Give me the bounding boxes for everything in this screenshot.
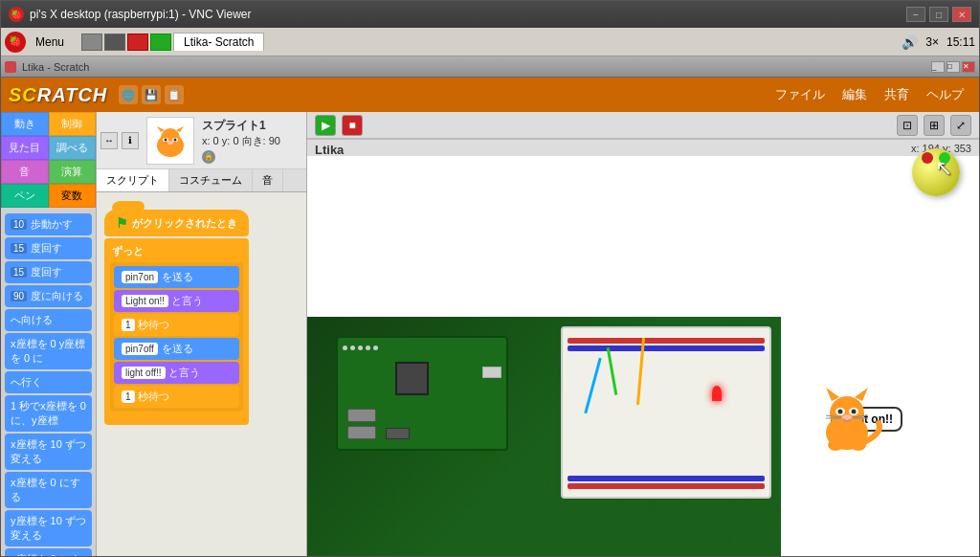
scripts-area[interactable]: ⚑ がクリックされたとき ずっと pin7on <box>97 192 306 556</box>
scratch-menu-file[interactable]: ファイル <box>768 84 833 105</box>
scratch-menu-help[interactable]: ヘルプ <box>919 84 971 105</box>
small-stage-btn[interactable]: ⊡ <box>897 115 918 136</box>
block-set-x[interactable]: x座標を 0 にする <box>5 472 92 508</box>
main-area: 動き 制御 見た目 調べる 音 演算 ペン 変数 10 歩動かす <box>1 112 979 556</box>
app-window: Ltika - Scratch _ □ ✕ SCRATCH 🌐 💾 📋 <box>1 56 979 556</box>
scratch-save-icon[interactable]: 💾 <box>142 85 161 104</box>
title-bar: 🍓 pi's X desktop (raspberrypi:1) - VNC V… <box>1 1 979 28</box>
svg-marker-9 <box>826 388 839 401</box>
category-variables[interactable]: 変数 <box>49 184 97 208</box>
category-control[interactable]: 制御 <box>49 112 97 136</box>
sd-card <box>482 367 501 378</box>
sprite-info: スプライト1 x: 0 y: 0 向き: 90 🔒 <box>202 118 280 164</box>
block-point-towards[interactable]: へ向ける <box>5 309 92 331</box>
usb-ports <box>347 409 376 439</box>
block-turn-right[interactable]: 15 度回す <box>5 237 92 259</box>
forever-label: ずっと <box>108 242 245 260</box>
close-button[interactable]: ✕ <box>952 7 971 22</box>
block-change-y[interactable]: y座標を 10 ずつ変える <box>5 510 92 546</box>
hat-block-when-flag[interactable]: ⚑ がクリックされたとき <box>104 210 249 236</box>
volume-icon: 🔊 <box>902 34 918 50</box>
pin7off-value: pin7off <box>122 343 158 355</box>
clock: 15:11 <box>947 35 975 49</box>
scratch-menu-edit[interactable]: 編集 <box>835 84 875 105</box>
menu-bar: 🍓 Menu Ltika- Scratch 🔊 3× 15:11 <box>1 28 979 56</box>
flag-button[interactable]: ▶ <box>315 115 336 136</box>
category-operators[interactable]: 演算 <box>49 160 97 184</box>
block-say-lightoff[interactable]: light off!! と言う <box>114 362 239 384</box>
stop-button[interactable]: ■ <box>342 115 363 136</box>
app-title-text: Ltika - Scratch <box>22 61 925 73</box>
tab-costumes[interactable]: コスチューム <box>169 169 253 191</box>
restore-button[interactable]: □ <box>929 7 948 22</box>
app-icon: 🍓 <box>9 7 24 22</box>
stage-sprite-label: Ltika <box>315 143 344 157</box>
app-minimize[interactable]: _ <box>931 61 945 73</box>
toolbar-forward[interactable] <box>104 33 125 51</box>
app-close[interactable]: ✕ <box>962 61 975 73</box>
category-looks[interactable]: 見た目 <box>1 136 49 160</box>
block-say-lighton[interactable]: Light on!! と言う <box>114 290 239 312</box>
hdmi-port <box>386 428 410 439</box>
raspberry-icon[interactable]: 🍓 <box>5 32 26 53</box>
stage-controls: ▶ ■ ⊡ ⊞ ⤢ <box>307 112 979 139</box>
svg-point-4 <box>164 139 167 142</box>
block-change-x[interactable]: x座標を 10 ずつ変える <box>5 434 92 470</box>
block-turn-left[interactable]: 15 度回す <box>5 261 92 283</box>
scratch-header: SCRATCH 🌐 💾 📋 ファイル 編集 共育 ヘルプ <box>1 78 979 112</box>
window-controls: − □ ✕ <box>906 7 971 22</box>
block-set-y[interactable]: y座標を 0 にする <box>5 548 92 556</box>
led-component <box>712 386 722 401</box>
window-frame: 🍓 pi's X desktop (raspberrypi:1) - VNC V… <box>0 0 980 557</box>
flag-icon: ⚑ <box>116 215 128 231</box>
category-pen[interactable]: ペン <box>1 184 49 208</box>
toolbar-stop[interactable] <box>127 33 148 51</box>
gpio-pin <box>373 345 378 350</box>
block-move[interactable]: 10 歩動かす <box>5 213 92 235</box>
browser-tab-scratch[interactable]: Ltika- Scratch <box>173 33 264 51</box>
app-window-controls: _ □ ✕ <box>931 61 975 73</box>
lock-icon: 🔒 <box>202 150 215 164</box>
power-rail-neg <box>568 345 765 351</box>
breadboard <box>561 326 771 499</box>
category-motion[interactable]: 動き <box>1 112 49 136</box>
coords-bar: x: 194 y: 353 <box>307 139 979 156</box>
menu-item-menu[interactable]: Menu <box>28 33 72 51</box>
full-stage-btn[interactable]: ⊞ <box>924 115 945 136</box>
scratch-app: SCRATCH 🌐 💾 📋 ファイル 編集 共育 ヘルプ <box>1 78 979 556</box>
category-grid: 動き 制御 見た目 調べる 音 演算 ペン 変数 <box>1 112 96 208</box>
scratch-copy-icon[interactable]: 📋 <box>165 85 184 104</box>
block-goto-xy[interactable]: x座標を 0 y座標を 0 に <box>5 333 92 369</box>
stage-panel: ▶ ■ ⊡ ⊞ ⤢ Ltika <box>307 112 979 556</box>
wait1-value: 1 <box>122 319 135 331</box>
volume-level: 3× <box>925 35 939 49</box>
forever-block[interactable]: ずっと pin7on を送る Light on!! <box>104 238 249 425</box>
block-send-pin7off[interactable]: pin7off を送る <box>114 338 239 360</box>
block-goto[interactable]: へ行く <box>5 371 92 393</box>
fullscreen-btn[interactable]: ⤢ <box>950 115 971 136</box>
block-wait-1[interactable]: 1 秒待つ <box>114 314 239 336</box>
block-glide[interactable]: 1 秒でx座標を 0 に、y座標 <box>5 395 92 432</box>
script-stack: ⚑ がクリックされたとき ずっと pin7on <box>104 200 249 425</box>
minimize-button[interactable]: − <box>906 7 925 22</box>
scratch-globe-icon[interactable]: 🌐 <box>119 85 138 104</box>
app-restore[interactable]: □ <box>947 61 960 73</box>
power-rail-pos2 <box>568 483 765 489</box>
category-sound[interactable]: 音 <box>1 160 49 184</box>
info-btn[interactable]: ℹ <box>122 132 139 149</box>
block-send-pin7on[interactable]: pin7on を送る <box>114 266 239 288</box>
flip-horizontal-btn[interactable]: ↔ <box>100 132 118 149</box>
block-point-direction[interactable]: 90 度に向ける <box>5 285 92 307</box>
block-wait-2[interactable]: 1 秒待つ <box>114 386 239 408</box>
scratch-menu-share[interactable]: 共育 <box>877 84 917 105</box>
tab-sounds[interactable]: 音 <box>253 169 283 191</box>
pi-board <box>307 317 781 556</box>
toolbar-go[interactable] <box>150 33 171 51</box>
category-sensing[interactable]: 調べる <box>49 136 97 160</box>
gpio-pins <box>343 345 417 350</box>
loop-bottom <box>108 413 245 421</box>
tab-scripts[interactable]: スクリプト <box>97 169 169 191</box>
toolbar-back[interactable] <box>81 33 102 51</box>
scratch-logo: SCRATCH <box>9 84 107 106</box>
app-title-bar: Ltika - Scratch _ □ ✕ <box>1 56 979 78</box>
